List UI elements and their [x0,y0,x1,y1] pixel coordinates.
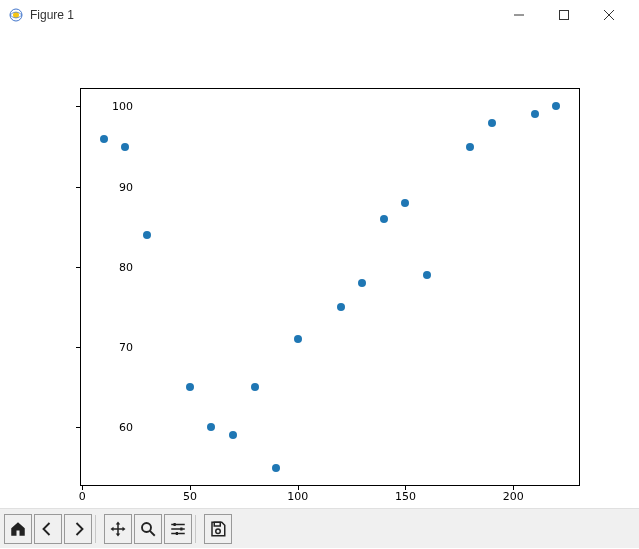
data-point [531,110,539,118]
back-button[interactable] [34,514,62,544]
window-titlebar: Figure 1 [0,0,639,30]
svg-rect-11 [174,523,176,526]
close-button[interactable] [586,0,631,30]
data-point [121,143,129,151]
svg-line-7 [150,530,155,535]
data-point [207,423,215,431]
pan-button[interactable] [104,514,132,544]
xtick-label: 200 [498,490,528,503]
data-point [229,431,237,439]
ytick-label: 80 [93,260,133,273]
window-title: Figure 1 [30,8,74,22]
plot-canvas[interactable]: 60708090100050100150200 [0,30,639,508]
minimize-button[interactable] [496,0,541,30]
xtick-label: 0 [67,490,97,503]
xtick-label: 100 [283,490,313,503]
ytick-label: 100 [93,100,133,113]
save-button[interactable] [204,514,232,544]
data-point [358,279,366,287]
configure-button[interactable] [164,514,192,544]
data-point [552,102,560,110]
svg-rect-3 [559,11,568,20]
forward-button[interactable] [64,514,92,544]
data-point [186,383,194,391]
nav-toolbar [0,508,639,548]
svg-point-1 [13,12,19,18]
toolbar-separator [195,515,201,543]
svg-rect-14 [214,522,220,526]
svg-point-6 [142,523,151,532]
data-point [380,215,388,223]
scatter-axes [80,88,580,486]
xtick-label: 150 [390,490,420,503]
maximize-button[interactable] [541,0,586,30]
xtick-label: 50 [175,490,205,503]
data-point [251,383,259,391]
ytick-label: 60 [93,421,133,434]
svg-rect-12 [180,527,182,530]
data-point [423,271,431,279]
svg-rect-13 [176,532,178,535]
data-point [294,335,302,343]
home-button[interactable] [4,514,32,544]
toolbar-separator [95,515,101,543]
data-point [466,143,474,151]
ytick-label: 90 [93,180,133,193]
data-point [100,135,108,143]
data-point [272,464,280,472]
zoom-button[interactable] [134,514,162,544]
data-point [143,231,151,239]
data-point [401,199,409,207]
data-point [488,119,496,127]
data-point [337,303,345,311]
svg-point-15 [216,529,221,534]
app-icon [8,7,24,23]
ytick-label: 70 [93,341,133,354]
